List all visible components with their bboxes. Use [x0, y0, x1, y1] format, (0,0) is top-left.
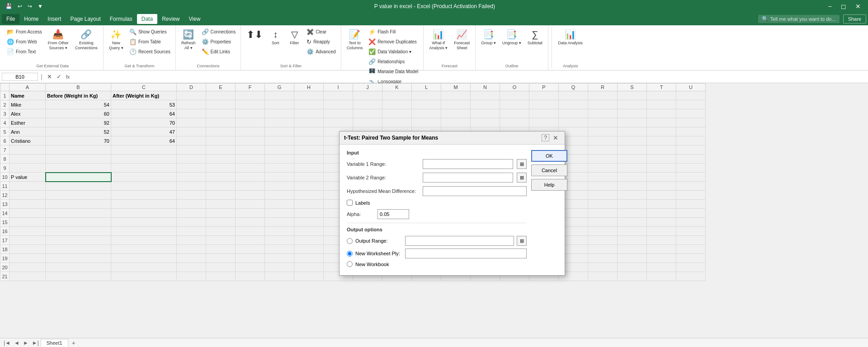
sheet-nav-next[interactable]: ► [21, 340, 30, 346]
cell-R18[interactable] [588, 245, 618, 254]
cell-B14[interactable] [46, 209, 111, 218]
cell-R5[interactable] [588, 127, 618, 136]
cell-U3[interactable] [676, 109, 706, 118]
cell-G13[interactable] [265, 200, 294, 209]
cell-R19[interactable] [588, 254, 618, 263]
cell-C18[interactable] [111, 245, 177, 254]
cell-G2[interactable] [265, 100, 294, 109]
cell-D18[interactable] [177, 245, 206, 254]
cell-S7[interactable] [618, 145, 647, 155]
customize-btn[interactable]: ▼ [36, 2, 45, 10]
cell-Q1[interactable] [559, 91, 588, 100]
cell-B13[interactable] [46, 200, 111, 209]
cell-B21[interactable] [46, 272, 111, 281]
cell-R15[interactable] [588, 218, 618, 227]
cell-E20[interactable] [206, 263, 236, 272]
cell-G6[interactable] [265, 136, 294, 145]
cell-S4[interactable] [618, 118, 647, 127]
cell-U16[interactable] [676, 227, 706, 236]
cell-H5[interactable] [294, 127, 324, 136]
cell-K4[interactable] [382, 118, 412, 127]
add-sheet-btn[interactable]: + [68, 338, 79, 347]
cell-D21[interactable] [177, 272, 206, 281]
cell-A2[interactable]: Mike [9, 100, 46, 109]
col-header-u[interactable]: U [676, 84, 706, 91]
cell-C5[interactable]: 47 [111, 127, 177, 136]
cell-D20[interactable] [177, 263, 206, 272]
cell-U20[interactable] [676, 263, 706, 272]
cell-D12[interactable] [177, 191, 206, 200]
cell-L2[interactable] [412, 100, 441, 109]
cell-N1[interactable] [471, 91, 500, 100]
cell-L4[interactable] [412, 118, 441, 127]
cell-U7[interactable] [676, 145, 706, 155]
cell-B5[interactable]: 52 [46, 127, 111, 136]
t-test-dialog[interactable]: t-Test: Paired Two Sample for Means ? ✕ … [339, 131, 565, 276]
cell-H12[interactable] [294, 191, 324, 200]
cell-C6[interactable]: 64 [111, 136, 177, 145]
cell-G10[interactable] [265, 173, 294, 182]
menu-review[interactable]: Review [157, 14, 184, 24]
cell-C9[interactable] [111, 164, 177, 173]
from-web-btn[interactable]: 🌐 From Web [5, 37, 44, 47]
cell-G14[interactable] [265, 209, 294, 218]
recent-sources-btn[interactable]: 🕐 Recent Sources [127, 47, 173, 56]
dialog-help-icon-btn[interactable]: ? [542, 134, 549, 141]
cell-F4[interactable] [236, 118, 265, 127]
cell-T7[interactable] [647, 145, 676, 155]
cell-E2[interactable] [206, 100, 236, 109]
cell-O2[interactable] [500, 100, 529, 109]
cell-F5[interactable] [236, 127, 265, 136]
menu-view[interactable]: View [184, 14, 205, 24]
cell-C7[interactable] [111, 145, 177, 155]
cell-D15[interactable] [177, 218, 206, 227]
cell-B20[interactable] [46, 263, 111, 272]
row-header-11[interactable]: 11 [0, 182, 9, 191]
cell-D17[interactable] [177, 236, 206, 245]
cell-D5[interactable] [177, 127, 206, 136]
cell-C13[interactable] [111, 200, 177, 209]
cell-T15[interactable] [647, 218, 676, 227]
cell-A21[interactable] [9, 272, 46, 281]
cell-F13[interactable] [236, 200, 265, 209]
cell-H10[interactable] [294, 173, 324, 182]
cell-R9[interactable] [588, 164, 618, 173]
cancel-formula-btn[interactable]: ✕ [45, 72, 54, 81]
cell-Q2[interactable] [559, 100, 588, 109]
clear-btn[interactable]: ✖️ Clear [304, 27, 338, 37]
cell-B10[interactable] [46, 173, 111, 182]
cell-U10[interactable] [676, 173, 706, 182]
cell-H11[interactable] [294, 182, 324, 191]
sort-az-btn[interactable]: ⬆⬇ [244, 27, 265, 43]
cell-Q4[interactable] [559, 118, 588, 127]
cell-S3[interactable] [618, 109, 647, 118]
cell-P4[interactable] [529, 118, 559, 127]
variable2-range-btn[interactable]: ⊞ [517, 173, 527, 183]
cell-U12[interactable] [676, 191, 706, 200]
row-header-2[interactable]: 2 [0, 100, 9, 109]
output-range-radio[interactable] [347, 238, 353, 244]
cell-D4[interactable] [177, 118, 206, 127]
cell-J1[interactable] [353, 91, 382, 100]
cell-O4[interactable] [500, 118, 529, 127]
cell-U4[interactable] [676, 118, 706, 127]
variable1-range-btn[interactable]: ⊞ [517, 159, 527, 169]
cell-E3[interactable] [206, 109, 236, 118]
cell-R7[interactable] [588, 145, 618, 155]
cell-C3[interactable]: 64 [111, 109, 177, 118]
text-to-columns-btn[interactable]: 📝 Text toColumns [344, 27, 366, 52]
cell-U18[interactable] [676, 245, 706, 254]
cell-A15[interactable] [9, 218, 46, 227]
help-btn[interactable]: Help [531, 179, 567, 191]
cell-C4[interactable]: 70 [111, 118, 177, 127]
col-header-n[interactable]: N [471, 84, 500, 91]
filter-btn[interactable]: ▽ Filter [285, 27, 303, 47]
cell-A16[interactable] [9, 227, 46, 236]
cell-T16[interactable] [647, 227, 676, 236]
existing-connections-btn[interactable]: 🔗 ExistingConnections [72, 27, 100, 52]
cell-E12[interactable] [206, 191, 236, 200]
cell-G20[interactable] [265, 263, 294, 272]
cell-C20[interactable] [111, 263, 177, 272]
sheet-nav-prev[interactable]: ◄ [12, 340, 21, 346]
col-header-b[interactable]: B [46, 84, 111, 91]
